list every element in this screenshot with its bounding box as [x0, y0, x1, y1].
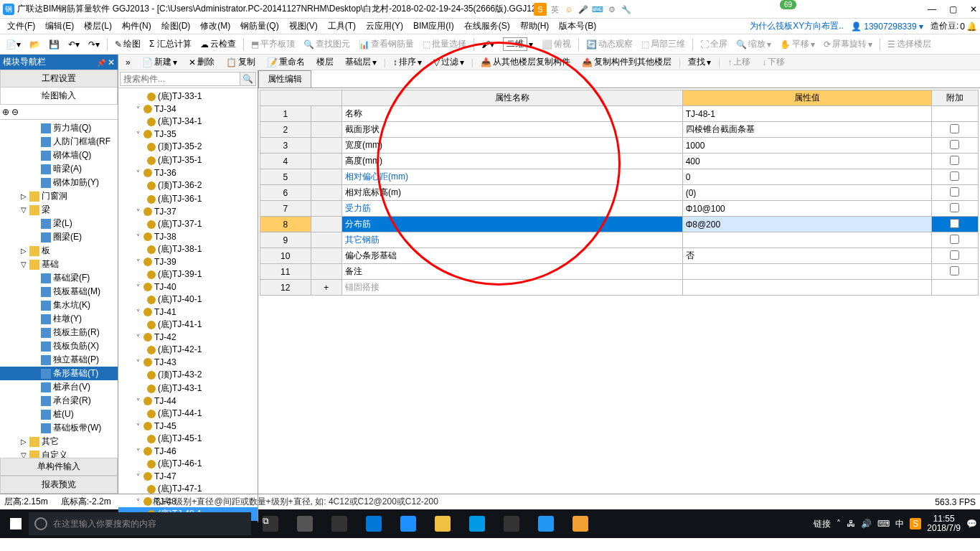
- ime-lang[interactable]: 英: [548, 3, 561, 16]
- tb-rot[interactable]: ⟳屏幕旋转▾: [821, 37, 875, 52]
- member-node[interactable]: (底)TJ-40-1: [118, 293, 258, 306]
- menu-bim[interactable]: BIM应用(I): [409, 19, 458, 34]
- prop-row[interactable]: 11备注: [260, 264, 979, 280]
- tb2-filter[interactable]: ▽过滤▾: [429, 55, 468, 70]
- tb-draw[interactable]: ✎绘图: [112, 37, 143, 52]
- nav-node[interactable]: 筏板基础(M): [0, 285, 118, 298]
- nav-tab-draw[interactable]: 绘图输入: [0, 88, 118, 105]
- nav-node[interactable]: 圈梁(E): [0, 230, 118, 244]
- tb-full[interactable]: ⛶全屏: [697, 37, 730, 52]
- prop-row[interactable]: 5相对偏心距(mm)0: [260, 169, 979, 185]
- nav-node[interactable]: 梁(L): [0, 217, 118, 230]
- help-link[interactable]: 为什么筏板XY方向布置..: [750, 20, 844, 32]
- nav-node[interactable]: 筏板主筋(R): [0, 326, 118, 339]
- cortana-search[interactable]: 在这里输入你要搜索的内容: [29, 512, 251, 535]
- member-node[interactable]: (底)TJ-47-1: [118, 482, 258, 496]
- member-node[interactable]: (底)TJ-41-1: [118, 318, 258, 331]
- prop-row[interactable]: 2截面形状四棱锥台截面条基: [260, 122, 979, 138]
- tb-zoom[interactable]: 🔍缩放▾: [733, 37, 774, 52]
- prop-row[interactable]: 9其它钢筋: [260, 232, 979, 248]
- menu-view[interactable]: 视图(V): [285, 19, 322, 34]
- member-node[interactable]: ˅TJ-42: [118, 331, 258, 343]
- prop-row[interactable]: 1名称TJ-48-1: [260, 106, 979, 122]
- member-node[interactable]: ˅TJ-46: [118, 446, 258, 457]
- tb-flat[interactable]: ⬒平齐板顶: [248, 37, 298, 52]
- nav-node[interactable]: 承台梁(R): [0, 394, 118, 408]
- tb-new-file[interactable]: 📄▾: [3, 38, 24, 51]
- member-node[interactable]: ˅TJ-43: [118, 357, 258, 368]
- tb2-find[interactable]: 查找▾: [684, 55, 715, 70]
- nav-tab-report[interactable]: 报表预览: [0, 476, 118, 494]
- tb2-del[interactable]: ✕删除: [184, 55, 219, 70]
- member-node[interactable]: ˅TJ-40: [118, 281, 258, 293]
- member-node[interactable]: ˅TJ-38: [118, 231, 258, 242]
- nav-node[interactable]: ▽基础: [0, 258, 118, 271]
- member-node[interactable]: (底)TJ-43-1: [118, 382, 258, 395]
- member-node[interactable]: (底)TJ-39-1: [118, 268, 258, 281]
- member-node[interactable]: ˅TJ-39: [118, 256, 258, 268]
- maximize-button[interactable]: ▢: [949, 4, 957, 14]
- member-node[interactable]: ˅TJ-35: [118, 128, 258, 140]
- menu-member[interactable]: 构件(N): [118, 19, 156, 34]
- member-node[interactable]: (底)TJ-42-1: [118, 343, 258, 357]
- tb-find[interactable]: 🔍查找图元: [301, 37, 353, 52]
- member-node[interactable]: (底)TJ-34-1: [118, 115, 258, 128]
- member-node[interactable]: ˅TJ-37: [118, 206, 258, 217]
- nav-node[interactable]: ▷其它: [0, 435, 118, 448]
- ime-kb-icon[interactable]: ⌨: [591, 3, 604, 16]
- prop-row[interactable]: 3宽度(mm)1000: [260, 138, 979, 154]
- nav-node[interactable]: 暗梁(A): [0, 162, 118, 176]
- member-node[interactable]: (底)TJ-37-1: [118, 217, 258, 231]
- member-node[interactable]: ˅TJ-45: [118, 420, 258, 432]
- tb2-new[interactable]: 📄新建▾: [138, 55, 182, 70]
- ime-tool-icon[interactable]: 🔧: [620, 3, 633, 16]
- nav-node[interactable]: ▷板: [0, 244, 118, 258]
- tb-selfloor[interactable]: ☰选择楼层: [885, 37, 934, 52]
- nav-node[interactable]: 剪力墙(Q): [0, 121, 118, 135]
- ime-emoji-icon[interactable]: ☺: [562, 3, 575, 16]
- start-button[interactable]: [3, 512, 29, 535]
- menu-file[interactable]: 文件(F): [3, 19, 39, 34]
- member-node[interactable]: (底)TJ-45-1: [118, 432, 258, 446]
- ime-gear-icon[interactable]: ⚙: [606, 3, 618, 16]
- tb-over[interactable]: ⬜俯视: [539, 37, 574, 52]
- tb-rebar[interactable]: 📊查看钢筋量: [356, 37, 417, 52]
- menu-tool[interactable]: 工具(T): [324, 19, 360, 34]
- expand-icon[interactable]: ⊕: [2, 107, 9, 117]
- menu-help[interactable]: 帮助(H): [516, 19, 554, 34]
- search-button[interactable]: 🔍: [240, 72, 256, 86]
- nav-node[interactable]: 条形基础(T): [0, 367, 118, 380]
- nav-node[interactable]: ▽梁: [0, 203, 118, 217]
- menu-modify[interactable]: 修改(M): [196, 19, 235, 34]
- update-badge[interactable]: 69: [780, 0, 796, 9]
- tb-sum[interactable]: Σ 汇总计算: [146, 37, 194, 52]
- sogou-icon[interactable]: S: [534, 3, 547, 16]
- member-node[interactable]: (底)TJ-38-1: [118, 242, 258, 256]
- tb-2d[interactable]: 二维▾: [500, 36, 536, 52]
- nav-node[interactable]: 基础板带(W): [0, 421, 118, 435]
- nav-node[interactable]: 砌体墙(Q): [0, 149, 118, 162]
- nav-tab-single[interactable]: 单构件输入: [0, 458, 118, 476]
- menu-floor[interactable]: 楼层(L): [80, 19, 116, 34]
- close-pane-icon[interactable]: ✕: [108, 57, 115, 67]
- nav-tab-project[interactable]: 工程设置: [0, 70, 118, 88]
- member-node[interactable]: (底)TJ-36-1: [118, 192, 258, 206]
- prop-row[interactable]: 6相对底标高(m)(0): [260, 185, 979, 201]
- member-node[interactable]: ˅TJ-47: [118, 471, 258, 482]
- member-node[interactable]: ˅TJ-34: [118, 103, 258, 115]
- nav-node[interactable]: 筏板负筋(X): [0, 339, 118, 353]
- member-node[interactable]: (底)TJ-33-1: [118, 90, 258, 103]
- member-node[interactable]: (顶)TJ-35-2: [118, 140, 258, 154]
- search-input[interactable]: [120, 72, 240, 86]
- tb2-rename[interactable]: 📝重命名: [263, 55, 309, 70]
- tb2-nav[interactable]: »: [121, 56, 135, 69]
- nav-node[interactable]: 基础梁(F): [0, 271, 118, 285]
- tb-redo[interactable]: ↷▾: [85, 38, 103, 51]
- member-node[interactable]: ˅TJ-36: [118, 167, 258, 179]
- prop-tab[interactable]: 属性编辑: [258, 70, 311, 88]
- menu-online[interactable]: 在线服务(S): [460, 19, 514, 34]
- tb-undo[interactable]: ↶▾: [65, 38, 83, 51]
- member-node[interactable]: (底)TJ-44-1: [118, 407, 258, 420]
- member-tree[interactable]: (底)TJ-33-1˅TJ-34(底)TJ-34-1˅TJ-35(顶)TJ-35…: [118, 88, 258, 522]
- nav-node[interactable]: 独立基础(P): [0, 353, 118, 367]
